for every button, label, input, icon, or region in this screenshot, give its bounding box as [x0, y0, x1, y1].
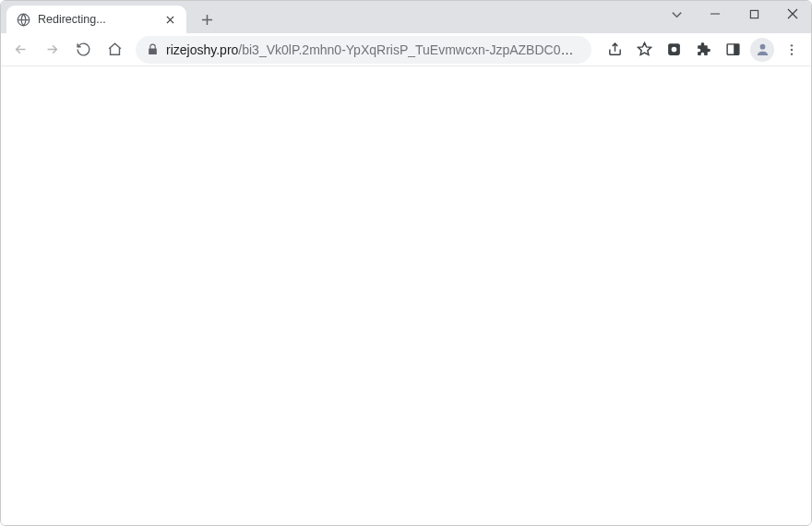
- chrome-menu-button[interactable]: [778, 36, 806, 64]
- window-maximize-button[interactable]: [741, 1, 767, 27]
- globe-icon: [16, 12, 30, 27]
- svg-rect-5: [734, 44, 738, 54]
- bookmark-button[interactable]: [630, 36, 658, 64]
- share-button[interactable]: [601, 36, 628, 64]
- reload-button[interactable]: [69, 36, 97, 64]
- window-minimize-button[interactable]: [702, 1, 728, 27]
- home-button[interactable]: [101, 36, 128, 64]
- address-bar[interactable]: rizejoshy.pro/bi3_Vk0lP.2mhn0-YpXqRrisP_…: [136, 36, 591, 64]
- svg-point-7: [791, 44, 793, 46]
- tab-title: Redirecting...: [38, 13, 155, 26]
- svg-point-9: [791, 53, 793, 54]
- lock-icon: [147, 43, 159, 55]
- profile-avatar[interactable]: [750, 38, 774, 62]
- window-controls: [663, 1, 806, 27]
- url-path: /bi3_Vk0lP.2mhn0-YpXqRrisP_TuEvmwcxn-Jzp…: [238, 42, 580, 57]
- back-button[interactable]: [6, 36, 34, 64]
- tab-close-button[interactable]: [162, 12, 177, 27]
- extension-icon[interactable]: [660, 36, 687, 64]
- browser-tab[interactable]: Redirecting...: [6, 6, 186, 33]
- svg-rect-1: [750, 10, 758, 18]
- toolbar-actions: [599, 36, 806, 64]
- new-tab-button[interactable]: [194, 6, 220, 32]
- url-domain: rizejoshy.pro: [166, 42, 238, 57]
- browser-toolbar: rizejoshy.pro/bi3_Vk0lP.2mhn0-YpXqRrisP_…: [1, 33, 811, 66]
- page-content: [1, 66, 811, 526]
- forward-button[interactable]: [38, 36, 66, 64]
- svg-point-6: [759, 44, 765, 50]
- tab-strip: Redirecting...: [1, 1, 811, 33]
- svg-point-3: [671, 47, 676, 53]
- side-panel-button[interactable]: [719, 36, 746, 64]
- tab-search-button[interactable]: [663, 1, 689, 27]
- url-text: rizejoshy.pro/bi3_Vk0lP.2mhn0-YpXqRrisP_…: [166, 42, 580, 57]
- svg-point-8: [791, 48, 793, 50]
- window-close-button[interactable]: [780, 1, 806, 27]
- extensions-button[interactable]: [689, 36, 717, 64]
